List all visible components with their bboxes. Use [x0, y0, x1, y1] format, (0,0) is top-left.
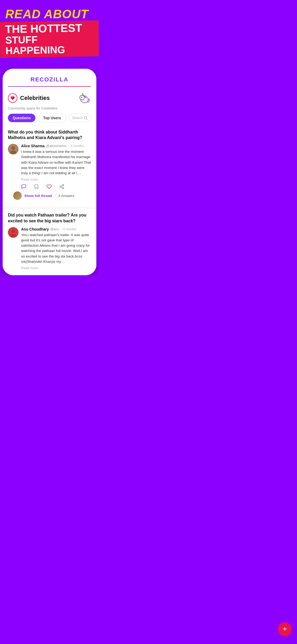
- answer-meta-1: Alice Sharma @alicesharma • 4 months: [21, 144, 91, 148]
- answer-handle-2: @anu: [50, 227, 59, 231]
- hero-line3: STUFF HAPPENING: [5, 34, 94, 56]
- comment-icon: [21, 184, 26, 189]
- tab-bar: Questions Top Users Search: [3, 113, 96, 126]
- answer-time-1: 4 months: [71, 144, 84, 148]
- answer-row-1: Alice Sharma @alicesharma • 4 months I k…: [8, 144, 91, 189]
- thread-row-1: Show full thread • 4 Answers: [8, 189, 91, 203]
- svg-line-13: [61, 186, 63, 186]
- read-more-1[interactable]: Read more: [21, 177, 91, 181]
- question-title-2: Did you watch Pathaan trailer? Are you e…: [8, 212, 91, 224]
- hero-line2: THE HOTTEST: [5, 22, 94, 35]
- question-card-2: Did you watch Pathaan trailer? Are you e…: [3, 209, 96, 274]
- app-logo: RECOZILLA: [8, 73, 91, 86]
- heart-icon: [8, 93, 17, 103]
- community-subtitle: Community space for Celebrities: [3, 105, 96, 113]
- unicorn-icon: [77, 91, 91, 105]
- dot-2: •: [60, 227, 62, 231]
- answer-text-1: I knew it was a serious one the moment S…: [21, 149, 91, 176]
- tab-questions[interactable]: Questions: [8, 114, 35, 122]
- share-button-1[interactable]: [59, 184, 64, 189]
- comment-button-1[interactable]: [21, 184, 26, 189]
- answer-author-2: Anu Choudhary: [21, 227, 49, 231]
- svg-point-15: [11, 229, 15, 233]
- answer-body-1: Alice Sharma @alicesharma • 4 months I k…: [21, 144, 91, 189]
- svg-line-12: [61, 187, 63, 188]
- answer-row-2: Anu Choudhary @anu • 6 months Yes,i watc…: [8, 227, 91, 270]
- answer-author-1: Alice Sharma: [21, 144, 45, 148]
- feed: What do you think about Siddharth Malhot…: [3, 126, 96, 274]
- hero-section: READ ABOUT THE HOTTEST STUFF HAPPENING: [0, 0, 99, 69]
- svg-line-5: [86, 119, 87, 120]
- search-icon: [83, 116, 88, 120]
- read-more-2[interactable]: Read more: [21, 266, 91, 270]
- avatar-alice: [8, 144, 18, 154]
- question-title-1: What do you think about Siddharth Malhot…: [8, 129, 91, 141]
- answer-meta-2: Anu Choudhary @anu • 6 months: [21, 227, 91, 231]
- community-header: Celebrities: [3, 87, 96, 105]
- svg-marker-2: [82, 93, 83, 95]
- dot-1: •: [68, 144, 69, 148]
- hero-line1: READ ABOUT: [5, 8, 94, 20]
- heart-action-icon: [46, 184, 52, 189]
- answer-text-2: Yes,i watched pathaan's trailer. It was …: [21, 232, 91, 265]
- answer-time-2: 6 months: [63, 227, 76, 231]
- share-icon: [59, 184, 64, 189]
- svg-point-7: [11, 146, 15, 150]
- show-full-thread-link[interactable]: Show full thread: [24, 194, 52, 198]
- avatar-anu: [8, 227, 18, 238]
- community-title: Celebrities: [20, 95, 77, 102]
- app-header: RECOZILLA: [3, 69, 96, 86]
- bookmark-button-1[interactable]: [34, 184, 39, 189]
- thread-avatar: [13, 191, 22, 200]
- thread-answers-count: 4 Answers: [58, 194, 74, 198]
- like-button-1[interactable]: [46, 184, 52, 189]
- action-row-1: [21, 184, 91, 189]
- question-card-1: What do you think about Siddharth Malhot…: [3, 126, 96, 207]
- search-placeholder: Search: [72, 116, 83, 120]
- tab-top-users[interactable]: Top Users: [38, 113, 66, 122]
- hero-banner: THE HOTTEST STUFF HAPPENING: [0, 20, 99, 58]
- bookmark-icon: [34, 184, 39, 189]
- app-content: RECOZILLA Celebrities: [3, 69, 96, 275]
- answer-body-2: Anu Choudhary @anu • 6 months Yes,i watc…: [21, 227, 91, 270]
- answer-handle-1: @alicesharma: [46, 144, 67, 148]
- phone-mockup: RECOZILLA Celebrities: [3, 69, 96, 275]
- search-box[interactable]: Search: [69, 114, 91, 122]
- svg-point-3: [81, 97, 82, 98]
